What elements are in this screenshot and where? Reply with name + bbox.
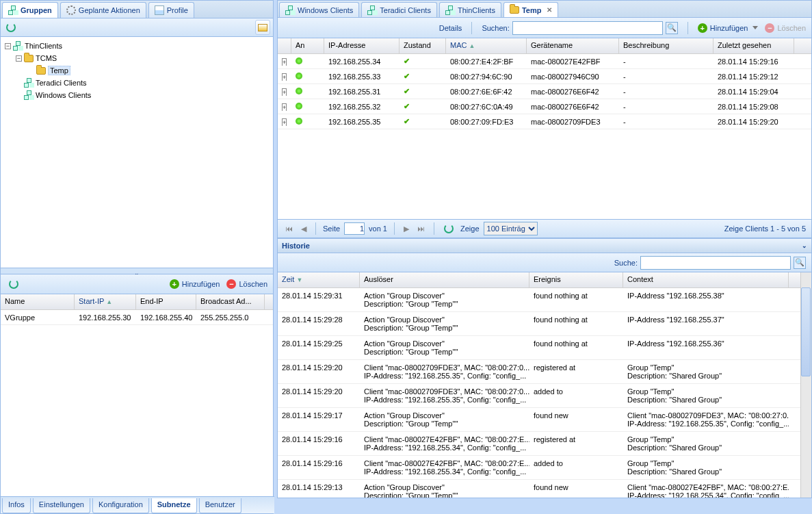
tree-node-teradici[interactable]: Teradici Clients: [2, 77, 272, 89]
cell-seen: 28.01.14 15:29:16: [713, 57, 794, 66]
add-button[interactable]: +Hinzufügen: [170, 279, 220, 289]
btab-einstellungen[interactable]: Einstellungen: [33, 498, 90, 513]
tree-node-temp[interactable]: Temp: [2, 64, 272, 77]
folder-icon: [24, 55, 34, 62]
pagesize-select[interactable]: 100 Einträg: [484, 222, 538, 235]
col-startip[interactable]: Start-IP ▲: [75, 294, 136, 309]
sitemap-icon: [285, 5, 295, 15]
refresh-button[interactable]: [441, 221, 456, 236]
col-broadcast[interactable]: Broadcast Ad...: [196, 294, 265, 309]
page-label: Seite: [323, 224, 340, 233]
cell-broadcast: 255.255.255.0: [196, 313, 265, 322]
scrollbar[interactable]: [800, 272, 811, 498]
history-row[interactable]: 28.01.14 15:29:25Action "Group Discover"…: [278, 336, 811, 360]
btab-infos[interactable]: Infos: [2, 498, 31, 513]
cell-context: IP-Address "192.168.255.36": [623, 338, 789, 357]
search-input[interactable]: [512, 21, 663, 35]
btab-konfiguration[interactable]: Konfiguration: [92, 498, 149, 513]
tab-thinclients[interactable]: ThinClients: [439, 2, 501, 17]
col-expand: [278, 38, 291, 53]
history-row[interactable]: 28.01.14 15:29:16Client "mac-080027E42FB…: [278, 432, 811, 456]
tree-label: ThinClients: [25, 42, 62, 50]
tab-windows-clients[interactable]: Windows Clients: [279, 2, 359, 17]
tree-node-windows[interactable]: Windows Clients: [2, 89, 272, 101]
tree-node-thinclients[interactable]: −ThinClients: [2, 40, 272, 52]
prev-page-button: ◀: [299, 224, 309, 233]
refresh-button[interactable]: [3, 20, 18, 35]
col-zuletzt[interactable]: Zuletzt gesehen: [713, 38, 794, 53]
tab-label: Windows Clients: [298, 6, 353, 14]
tree-node-tcms[interactable]: −TCMS: [2, 52, 272, 64]
chevron-down-icon[interactable]: ⌄: [802, 242, 807, 249]
page-input[interactable]: [344, 222, 365, 235]
tab-geplante-aktionen[interactable]: Geplante Aktionen: [60, 2, 146, 18]
cell-endip: 192.168.255.40: [136, 313, 196, 322]
cell-ip: 192.168.255.33: [324, 73, 400, 81]
history-row[interactable]: 28.01.14 15:29:28Action "Group Discover"…: [278, 312, 811, 336]
history-row[interactable]: 28.01.14 15:29:13Action "Group Discover"…: [278, 480, 811, 498]
btab-subnetze[interactable]: Subnetze: [151, 498, 197, 513]
expand-icon[interactable]: +: [282, 103, 287, 111]
cell-zeit: 28.01.14 15:29:31: [278, 290, 360, 309]
col-endip[interactable]: End-IP: [136, 294, 196, 309]
add-button[interactable]: +Hinzufügen: [698, 23, 759, 33]
cell-zeit: 28.01.14 15:29:16: [278, 434, 360, 453]
collapse-icon[interactable]: −: [5, 43, 11, 49]
col-an[interactable]: An: [291, 38, 324, 53]
col-beschreibung[interactable]: Beschreibung: [619, 38, 713, 53]
collapse-icon[interactable]: −: [16, 55, 22, 62]
expand-icon[interactable]: +: [282, 118, 287, 126]
col-name[interactable]: Name: [1, 294, 75, 309]
cell-seen: 28.01.14 15:29:12: [713, 73, 794, 81]
refresh-button[interactable]: [6, 277, 21, 292]
open-folder-button[interactable]: [255, 20, 270, 35]
col-ereignis[interactable]: Ereignis: [529, 272, 623, 287]
tab-temp[interactable]: Temp✕: [503, 2, 559, 17]
scrollbar-thumb[interactable]: [801, 287, 811, 376]
col-mac[interactable]: MAC ▲: [446, 38, 527, 53]
history-row[interactable]: 28.01.14 15:29:16Client "mac-080027E42FB…: [278, 456, 811, 480]
tree-toolbar: [1, 18, 273, 37]
show-label: Zeige: [460, 224, 480, 233]
tab-gruppen[interactable]: Gruppen: [2, 2, 58, 18]
status-on-icon: [296, 73, 302, 79]
table-row[interactable]: +192.168.255.35✔08:00:27:09:FD:E3mac-080…: [278, 114, 811, 129]
expand-icon[interactable]: +: [282, 58, 287, 66]
cell-desc: -: [619, 103, 713, 111]
cell-ereignis: found nothing at: [529, 290, 623, 309]
tab-label: ThinClients: [458, 6, 495, 14]
expand-icon[interactable]: +: [282, 73, 287, 81]
dropdown-icon: [752, 26, 758, 29]
table-row[interactable]: +192.168.255.34✔08:00:27:E4:2F:BFmac-080…: [278, 54, 811, 69]
col-zustand[interactable]: Zustand: [400, 38, 446, 53]
col-geraetename[interactable]: Gerätename: [527, 38, 619, 53]
expand-icon[interactable]: +: [282, 88, 287, 96]
panel-collapse-toggle[interactable]: ⌄: [1, 268, 273, 274]
details-button[interactable]: Details: [439, 24, 462, 32]
search-button[interactable]: 🔍: [666, 22, 678, 34]
history-search-button[interactable]: 🔍: [794, 257, 806, 269]
delete-button[interactable]: −Löschen: [226, 279, 267, 289]
gear-icon: [66, 5, 76, 15]
cell-mac: 08:00:27:09:FD:E3: [446, 118, 527, 126]
close-icon[interactable]: ✕: [547, 6, 552, 14]
table-row[interactable]: +192.168.255.32✔08:00:27:6C:0A:49mac-080…: [278, 99, 811, 114]
col-ausloeser[interactable]: Auslöser: [360, 272, 529, 287]
btab-benutzer[interactable]: Benutzer: [199, 498, 241, 513]
history-row[interactable]: 28.01.14 15:29:17Action "Group Discover"…: [278, 408, 811, 432]
subnet-row[interactable]: VGruppe 192.168.255.30 192.168.255.40 25…: [1, 310, 273, 325]
cell-ausloeser: Action "Group Discover"Description: "Gro…: [360, 338, 529, 357]
table-row[interactable]: +192.168.255.31✔08:00:27:6E:6F:42mac-080…: [278, 84, 811, 99]
history-row[interactable]: 28.01.14 15:29:31Action "Group Discover"…: [278, 288, 811, 312]
history-row[interactable]: 28.01.14 15:29:20Client "mac-08002709FDE…: [278, 360, 811, 384]
cell-ausloeser: Action "Group Discover"Description: "Gro…: [360, 290, 529, 309]
history-search-input[interactable]: [640, 256, 791, 270]
table-row[interactable]: +192.168.255.33✔08:00:27:94:6C:90mac-080…: [278, 69, 811, 84]
tab-teradici-clients[interactable]: Teradici Clients: [361, 2, 437, 17]
cell-ereignis: registered at: [529, 434, 623, 453]
tab-profile[interactable]: Profile: [148, 2, 194, 18]
col-zeit[interactable]: Zeit ▼: [278, 272, 360, 287]
history-row[interactable]: 28.01.14 15:29:20Client "mac-08002709FDE…: [278, 384, 811, 408]
col-ip[interactable]: IP-Adresse: [324, 38, 400, 53]
col-context[interactable]: Context: [623, 272, 789, 287]
